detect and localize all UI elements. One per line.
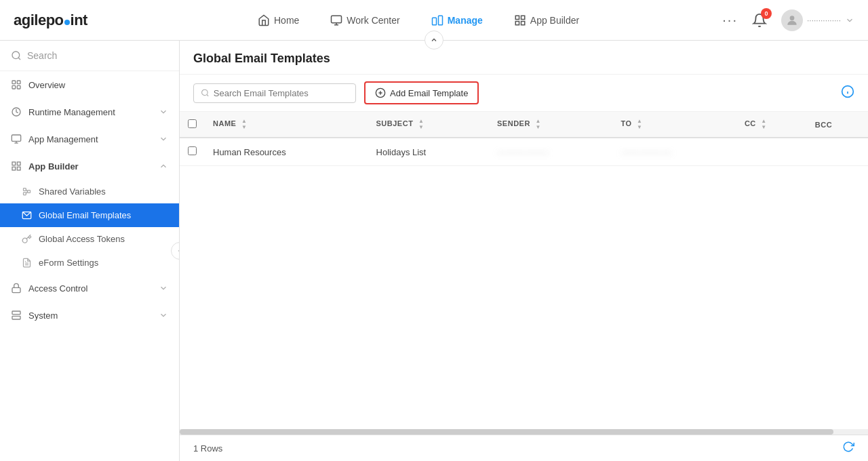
header-sender-label: SENDER bbox=[497, 119, 530, 127]
sidebar-item-app-builder[interactable]: App Builder bbox=[0, 153, 179, 180]
svg-line-11 bbox=[18, 58, 20, 60]
main-content: Global Email Templates Add Email Templat… bbox=[180, 41, 868, 461]
add-email-template-button[interactable]: Add Email Template bbox=[364, 81, 479, 104]
svg-rect-17 bbox=[12, 135, 20, 141]
sidebar-item-system[interactable]: System bbox=[0, 302, 179, 329]
app-builder-chevron-icon bbox=[159, 161, 168, 171]
name-sort-icons: ▲▼ bbox=[241, 119, 247, 130]
nav-item-home[interactable]: Home bbox=[252, 12, 304, 29]
svg-rect-24 bbox=[24, 188, 26, 191]
overview-icon bbox=[11, 79, 22, 90]
access-control-chevron-icon bbox=[159, 283, 168, 293]
row-to: ····················· bbox=[612, 138, 736, 166]
svg-rect-4 bbox=[438, 16, 442, 25]
logo-dot bbox=[64, 20, 70, 25]
sidebar-item-global-access-tokens[interactable]: Global Access Tokens bbox=[0, 227, 179, 251]
svg-point-10 bbox=[12, 52, 20, 59]
header-subject-label: SUBJECT bbox=[376, 119, 414, 127]
refresh-button[interactable] bbox=[842, 441, 854, 456]
toolbar: Add Email Template bbox=[180, 75, 868, 112]
search-input[interactable] bbox=[214, 88, 349, 98]
search-box[interactable] bbox=[193, 83, 356, 103]
sidebar-item-label-global-email: Global Email Templates bbox=[39, 210, 131, 220]
svg-rect-15 bbox=[17, 85, 20, 89]
sidebar-item-app-mgmt[interactable]: App Management bbox=[0, 125, 179, 153]
row-checkbox[interactable] bbox=[188, 146, 197, 155]
top-nav: agilepoint Home Work Center bbox=[0, 0, 868, 41]
nav-label-manage: Manage bbox=[448, 15, 483, 26]
header-subject[interactable]: SUBJECT ▲▼ bbox=[368, 112, 490, 138]
sidebar-item-overview[interactable]: Overview bbox=[0, 71, 179, 98]
svg-rect-26 bbox=[28, 191, 31, 193]
nav-item-workcenter[interactable]: Work Center bbox=[325, 12, 405, 29]
access-tokens-icon bbox=[22, 234, 32, 244]
sidebar-item-runtime-mgmt[interactable]: Runtime Management bbox=[0, 98, 179, 125]
user-area[interactable]: ··············· bbox=[781, 9, 854, 31]
sidebar-item-access-control[interactable]: Access Control bbox=[0, 275, 179, 302]
app-mgmt-icon bbox=[11, 134, 22, 144]
notification-button[interactable]: 0 bbox=[749, 9, 770, 31]
sidebar-item-global-email-templates[interactable]: Global Email Templates bbox=[0, 203, 179, 227]
user-avatar bbox=[781, 9, 803, 31]
system-icon bbox=[11, 310, 22, 321]
nav-label-workcenter: Work Center bbox=[347, 15, 399, 26]
table-row: Human Resources Holidays List ··········… bbox=[180, 138, 868, 166]
row-bcc bbox=[807, 138, 868, 166]
sidebar-search-label: Search bbox=[27, 50, 57, 61]
svg-rect-0 bbox=[332, 16, 342, 23]
select-all-checkbox[interactable] bbox=[188, 119, 197, 128]
nav-item-manage[interactable]: Manage bbox=[426, 12, 488, 29]
user-chevron-icon bbox=[845, 16, 854, 25]
sidebar-item-label-shared-vars: Shared Variables bbox=[39, 186, 106, 197]
svg-rect-14 bbox=[12, 85, 16, 89]
sidebar-item-label-app-builder: App Builder bbox=[28, 161, 79, 172]
row-subject: Holidays List bbox=[368, 138, 490, 166]
header-bcc[interactable]: BCC bbox=[807, 112, 868, 138]
page-title: Global Email Templates bbox=[193, 52, 330, 65]
app-builder-icon bbox=[11, 161, 22, 172]
add-icon bbox=[375, 87, 386, 98]
svg-rect-3 bbox=[432, 18, 436, 25]
notification-badge: 0 bbox=[761, 8, 772, 19]
svg-rect-20 bbox=[12, 162, 16, 165]
svg-rect-21 bbox=[17, 162, 20, 165]
appbuilder-icon bbox=[514, 14, 526, 26]
runtime-icon bbox=[11, 106, 22, 117]
scrollbar-thumb[interactable] bbox=[180, 429, 833, 435]
header-cc-label: CC bbox=[745, 119, 756, 127]
header-name[interactable]: NAME ▲▼ bbox=[205, 112, 368, 138]
nav-item-appbuilder[interactable]: App Builder bbox=[509, 12, 585, 29]
header-to[interactable]: TO ▲▼ bbox=[612, 112, 736, 138]
header-cc[interactable]: CC ▲▼ bbox=[736, 112, 807, 138]
horizontal-scrollbar[interactable] bbox=[180, 429, 868, 435]
svg-line-38 bbox=[207, 94, 208, 96]
table-header-row: NAME ▲▼ SUBJECT ▲▼ SENDER ▲▼ TO bbox=[180, 112, 868, 138]
svg-rect-32 bbox=[12, 287, 20, 292]
svg-rect-25 bbox=[24, 193, 26, 195]
runtime-chevron-icon bbox=[159, 107, 168, 117]
header-checkbox-cell bbox=[180, 112, 205, 138]
sidebar-item-eform-settings[interactable]: eForm Settings bbox=[0, 251, 179, 275]
sidebar-item-label-overview: Overview bbox=[28, 80, 65, 90]
user-name: ··············· bbox=[807, 16, 841, 25]
sidebar-item-label-app-mgmt: App Management bbox=[28, 134, 98, 144]
manage-icon bbox=[431, 14, 443, 26]
sidebar-search[interactable]: Search bbox=[0, 41, 179, 71]
row-checkbox-cell bbox=[180, 138, 205, 166]
search-icon bbox=[11, 50, 22, 61]
info-button[interactable] bbox=[841, 85, 854, 102]
logo[interactable]: agilepoint bbox=[14, 12, 87, 29]
layout: Search Overview Runtime Management bbox=[0, 41, 868, 461]
more-options-button[interactable]: ··· bbox=[722, 12, 738, 28]
nav-collapse-button[interactable] bbox=[425, 31, 443, 49]
header-sender[interactable]: SENDER ▲▼ bbox=[489, 112, 612, 138]
header-name-label: NAME bbox=[213, 119, 236, 127]
sidebar-item-shared-vars[interactable]: Shared Variables bbox=[0, 180, 179, 203]
row-sender-value: ····················· bbox=[497, 147, 549, 157]
eform-icon bbox=[22, 258, 32, 268]
nav-right: ··· 0 ··············· bbox=[722, 9, 854, 31]
svg-rect-7 bbox=[515, 21, 519, 24]
header-to-label: TO bbox=[620, 119, 631, 127]
row-to-value: ····················· bbox=[620, 147, 672, 157]
row-sender: ····················· bbox=[489, 138, 612, 166]
